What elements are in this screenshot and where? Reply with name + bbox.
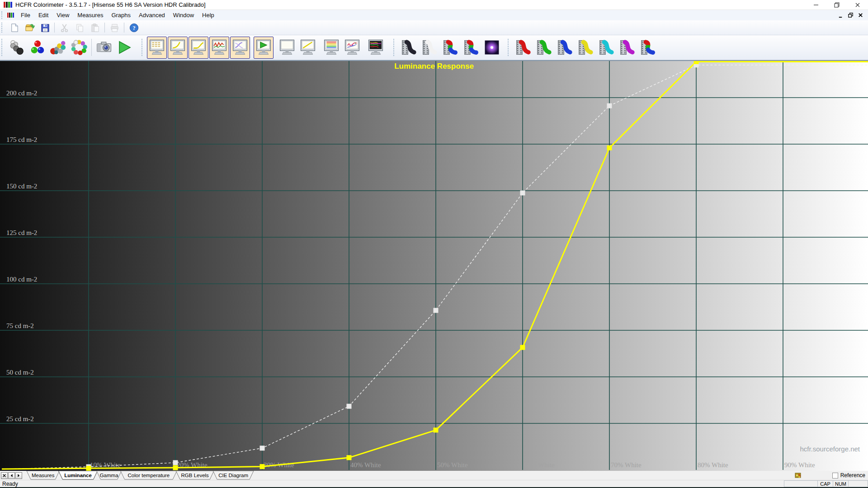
status-pane-num: NUM: [833, 480, 848, 487]
reference-marker: [260, 446, 265, 450]
view-dark-multigraph-button[interactable]: [366, 37, 386, 59]
open-file-button[interactable]: [22, 21, 37, 34]
save-file-button[interactable]: [38, 21, 52, 34]
pattern-primaries-b-button[interactable]: [461, 37, 481, 59]
svg-text:50 cd m-2: 50 cd m-2: [6, 369, 34, 376]
measure-grayscale-button[interactable]: [7, 37, 27, 59]
pattern-rgb-combo-button[interactable]: [638, 37, 658, 59]
minimize-icon: [812, 1, 820, 9]
svg-text:90% White: 90% White: [784, 461, 815, 469]
minimize-button[interactable]: [806, 0, 826, 10]
tab-bar-right: Reference: [794, 472, 866, 479]
help-button[interactable]: ?: [127, 21, 141, 34]
play-icon: [116, 39, 133, 56]
svg-text:?: ?: [132, 25, 135, 31]
scroll-right-button[interactable]: [15, 472, 22, 479]
color-chain-balls-icon: [50, 39, 67, 56]
view-history-graph-button[interactable]: [342, 37, 362, 59]
graph-buttons: [146, 35, 386, 60]
close-tab-button[interactable]: [1, 472, 8, 479]
view-gamma-graph-button[interactable]: [168, 37, 188, 59]
help-icon: ?: [129, 23, 139, 33]
paste-button: [88, 21, 102, 34]
film-blue-icon: [556, 39, 573, 56]
reference-checkbox[interactable]: Reference: [832, 472, 866, 479]
toolbar-separator: [91, 39, 92, 56]
view-color-temperature-graph-button[interactable]: [230, 37, 250, 59]
reference-marker: [607, 103, 612, 108]
mdi-restore-button[interactable]: [845, 11, 855, 19]
restore-button[interactable]: [826, 0, 847, 10]
view-blank-graph-button[interactable]: [277, 37, 297, 59]
measured-marker: [434, 427, 439, 432]
view-spectrum-graph-button[interactable]: [321, 37, 341, 59]
monitor-yellow-line-icon: [299, 39, 316, 56]
pattern-near-white-button[interactable]: [420, 37, 439, 59]
monitor-red-lines-icon: [344, 39, 361, 56]
measure-all-colors-button[interactable]: [69, 37, 89, 59]
film-black-icon: [400, 39, 417, 56]
restore-icon: [833, 1, 840, 9]
pattern-magenta-button[interactable]: [617, 37, 637, 59]
view-luminance-graph-button[interactable]: [189, 37, 208, 59]
mdi-close-button[interactable]: [855, 11, 865, 19]
camera-icon: [95, 39, 113, 56]
monitor-gamma-curve-icon: [169, 39, 186, 56]
menu-measures[interactable]: Measures: [73, 10, 107, 20]
mdi-close-icon: [858, 12, 863, 18]
measured-marker: [347, 455, 352, 460]
chart-title: Luminance Response: [0, 62, 868, 71]
print-button: [107, 21, 122, 34]
view-cie-diagram-button[interactable]: [254, 37, 274, 59]
measure-secondaries-button[interactable]: [48, 37, 68, 59]
menu-view[interactable]: View: [52, 10, 73, 20]
titlebar: HCFR Colorimeter - 3.5.1.7 - [Hisense 55…: [0, 0, 868, 10]
pattern-primaries-a-button[interactable]: [440, 37, 460, 59]
view-rgb-levels-graph-button[interactable]: [209, 37, 229, 59]
mdi-minimize-icon: [838, 12, 844, 18]
svg-text:150 cd m-2: 150 cd m-2: [6, 183, 37, 190]
capture-snapshot-button[interactable]: [94, 37, 114, 59]
reference-marker: [173, 460, 178, 465]
reference-checkbox-box[interactable]: [832, 473, 838, 479]
menu-advanced[interactable]: Advanced: [135, 10, 169, 20]
pattern-red-button[interactable]: [513, 37, 533, 59]
menu-help[interactable]: Help: [198, 10, 218, 20]
pattern-green-button[interactable]: [534, 37, 554, 59]
sensor-tray-icon[interactable]: [794, 472, 802, 479]
view-measures-table-button[interactable]: [147, 37, 167, 59]
window-title: HCFR Colorimeter - 3.5.1.7 - [Hisense 55…: [15, 1, 206, 8]
toolbar-separator: [124, 23, 124, 33]
statusbar: Ready CAPNUM: [0, 480, 868, 487]
measure-primaries-button[interactable]: [28, 37, 47, 59]
file-toolbar-buttons: ?: [6, 20, 142, 35]
menu-file[interactable]: File: [17, 10, 34, 20]
tab-nav-buttons: [1, 472, 22, 479]
pattern-cyan-button[interactable]: [596, 37, 616, 59]
close-icon: [854, 1, 861, 9]
pattern-yellow-button[interactable]: [576, 37, 595, 59]
pattern-near-black-button[interactable]: [399, 37, 419, 59]
tabstrip[interactable]: MeasuresLuminanceGammaColor temperatureR…: [24, 471, 268, 480]
film-white-icon: [421, 39, 438, 56]
scroll-left-icon: [9, 473, 14, 478]
color-ring-balls-icon: [71, 39, 88, 56]
run-measures-button[interactable]: [115, 37, 135, 59]
scroll-left-button[interactable]: [8, 472, 15, 479]
svg-text:75 cd m-2: 75 cd m-2: [6, 322, 34, 329]
close-button[interactable]: [847, 0, 868, 10]
film-red-icon: [514, 39, 532, 56]
rgb-balls-icon: [29, 39, 46, 56]
svg-text:Luminance: Luminance: [64, 472, 92, 478]
menu-window[interactable]: Window: [169, 10, 198, 20]
view-luminance-line-graph-button[interactable]: [298, 37, 318, 59]
pattern-blue-button[interactable]: [555, 37, 575, 59]
mdi-minimize-button[interactable]: [835, 11, 845, 19]
pattern-contrast-button[interactable]: [482, 37, 502, 59]
menu-items: FileEditViewMeasuresGraphsAdvancedWindow…: [17, 10, 218, 20]
menu-graphs[interactable]: Graphs: [107, 10, 135, 20]
graph-group-grip: [142, 39, 145, 56]
menu-edit[interactable]: Edit: [34, 10, 52, 20]
scroll-right-icon: [16, 473, 21, 478]
new-document-button[interactable]: [7, 21, 21, 34]
